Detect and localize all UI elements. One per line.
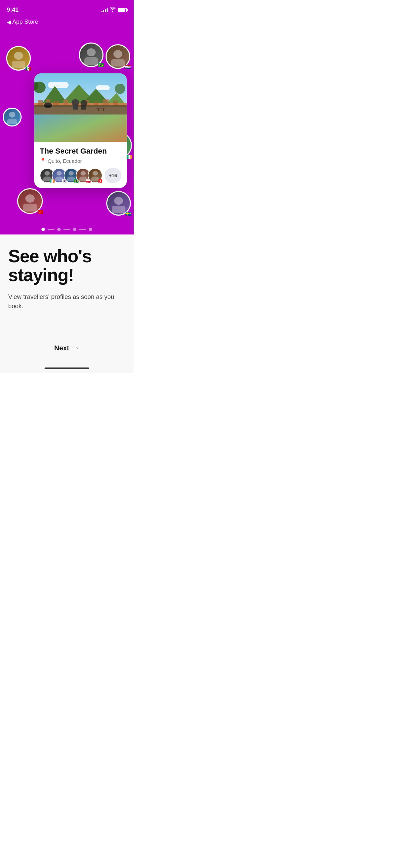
flag-5: 🇮🇪 xyxy=(126,155,132,159)
svg-rect-23 xyxy=(98,109,99,111)
signal-icon xyxy=(101,8,108,12)
more-guests-badge: +16 xyxy=(105,168,121,183)
main-heading: See who's staying! xyxy=(8,247,125,284)
hostel-location: 📍 Quito, Ecuador xyxy=(40,158,121,164)
status-icons xyxy=(101,7,127,13)
floating-avatar-7: 🇸🇪 xyxy=(106,191,131,216)
dot-1 xyxy=(41,228,45,231)
home-indicator xyxy=(0,365,134,373)
svg-rect-22 xyxy=(96,108,105,109)
next-button[interactable]: Next → xyxy=(54,343,79,352)
guest-flag-5: 🇨🇭 xyxy=(98,179,103,183)
svg-point-16 xyxy=(44,103,52,108)
status-time: 9:41 xyxy=(7,7,19,13)
sub-text: View travellers' profiles as soon as you… xyxy=(8,292,125,311)
guest-flag-1: 🇮🇪 xyxy=(50,179,55,183)
status-bar: 9:41 xyxy=(0,0,134,17)
svg-rect-21 xyxy=(81,105,86,110)
hostel-card-body: The Secret Garden 📍 Quito, Ecuador 🇮🇪 xyxy=(34,142,127,188)
app-store-label[interactable]: App Store xyxy=(12,19,38,25)
floating-avatar-3: 🇳🇱 xyxy=(106,44,130,69)
floating-avatar-6: 🇹🇷 xyxy=(17,188,43,214)
location-pin-icon: 📍 xyxy=(40,158,46,164)
dot-dash-3 xyxy=(79,229,86,230)
dot-dash-2 xyxy=(63,229,70,230)
hostel-card-image xyxy=(34,73,127,142)
flag-3: 🇳🇱 xyxy=(125,64,131,69)
hero-section: 🇲🇽 🇧🇷 🇳🇱 🇮🇪 xyxy=(0,29,134,234)
bottom-section: See who's staying! View travellers' prof… xyxy=(0,234,134,365)
flag-7: 🇸🇪 xyxy=(125,211,131,216)
home-bar xyxy=(45,367,89,369)
app-store-nav[interactable]: ◀ App Store xyxy=(0,17,134,29)
dot-2 xyxy=(57,228,61,231)
back-arrow-icon: ◀ xyxy=(7,19,11,25)
hostel-name: The Secret Garden xyxy=(40,147,121,156)
flag-2: 🇧🇷 xyxy=(98,63,104,68)
svg-rect-24 xyxy=(103,109,104,111)
pagination-dots xyxy=(0,228,134,231)
hostel-card: The Secret Garden 📍 Quito, Ecuador 🇮🇪 xyxy=(34,73,127,188)
battery-icon xyxy=(118,8,127,12)
floating-avatar-4 xyxy=(3,108,22,126)
next-button-area[interactable]: Next → xyxy=(8,333,125,358)
floating-avatar-2: 🇧🇷 xyxy=(79,43,104,67)
dot-dash-1 xyxy=(48,229,54,230)
next-arrow-icon: → xyxy=(72,343,80,352)
svg-rect-17 xyxy=(45,105,51,107)
guest-avatars-row: 🇮🇪 🇰🇷 xyxy=(40,168,121,183)
svg-point-27 xyxy=(115,84,125,94)
next-button-label: Next xyxy=(54,344,69,352)
guest-avatar-5: 🇨🇭 xyxy=(88,168,102,183)
wifi-icon xyxy=(110,7,116,13)
flag-6: 🇹🇷 xyxy=(37,209,43,214)
svg-rect-19 xyxy=(73,105,78,110)
dot-4 xyxy=(89,228,92,231)
hostel-location-text: Quito, Ecuador xyxy=(48,158,82,164)
flag-1: 🇲🇽 xyxy=(25,66,31,71)
dot-3 xyxy=(73,228,76,231)
floating-avatar-1: 🇲🇽 xyxy=(6,46,31,71)
